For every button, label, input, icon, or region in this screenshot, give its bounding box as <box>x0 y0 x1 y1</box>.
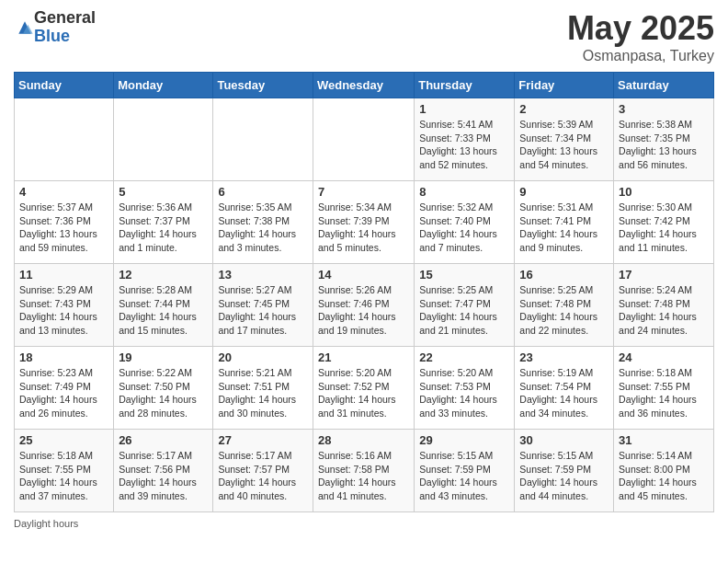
day-cell: 10Sunrise: 5:30 AMSunset: 7:42 PMDayligh… <box>614 181 714 264</box>
day-info: Sunrise: 5:22 AMSunset: 7:50 PMDaylight:… <box>119 366 208 420</box>
day-cell <box>114 98 213 181</box>
month-title: May 2025 <box>567 9 714 48</box>
day-info: Sunrise: 5:23 AMSunset: 7:49 PMDaylight:… <box>19 366 108 420</box>
day-cell: 21Sunrise: 5:20 AMSunset: 7:52 PMDayligh… <box>313 347 414 430</box>
day-cell: 15Sunrise: 5:25 AMSunset: 7:47 PMDayligh… <box>415 264 515 347</box>
day-info: Sunrise: 5:25 AMSunset: 7:47 PMDaylight:… <box>419 283 509 338</box>
day-number: 11 <box>19 268 108 282</box>
day-info: Sunrise: 5:26 AMSunset: 7:46 PMDaylight:… <box>318 283 409 338</box>
header: General Blue May 2025 Osmanpasa, Turkey <box>14 9 714 64</box>
day-info: Sunrise: 5:19 AMSunset: 7:54 PMDaylight:… <box>519 366 609 420</box>
day-info: Sunrise: 5:32 AMSunset: 7:40 PMDaylight:… <box>419 201 509 255</box>
logo: General Blue <box>14 9 96 46</box>
week-row-2: 4Sunrise: 5:37 AMSunset: 7:36 PMDaylight… <box>15 181 714 264</box>
day-number: 21 <box>318 350 409 364</box>
day-info: Sunrise: 5:15 AMSunset: 7:59 PMDaylight:… <box>419 449 509 503</box>
logo-icon <box>16 18 34 37</box>
day-cell: 25Sunrise: 5:18 AMSunset: 7:55 PMDayligh… <box>15 430 114 512</box>
day-cell <box>313 98 414 181</box>
day-cell: 7Sunrise: 5:34 AMSunset: 7:39 PMDaylight… <box>313 181 414 264</box>
day-number: 13 <box>218 268 308 282</box>
day-cell: 5Sunrise: 5:36 AMSunset: 7:37 PMDaylight… <box>114 181 213 264</box>
day-number: 17 <box>619 268 709 282</box>
day-info: Sunrise: 5:14 AMSunset: 8:00 PMDaylight:… <box>619 449 709 503</box>
day-header-thursday: Thursday <box>415 73 515 98</box>
day-cell: 14Sunrise: 5:26 AMSunset: 7:46 PMDayligh… <box>313 264 414 347</box>
day-info: Sunrise: 5:15 AMSunset: 7:59 PMDaylight:… <box>519 449 609 503</box>
day-cell: 26Sunrise: 5:17 AMSunset: 7:56 PMDayligh… <box>114 430 213 512</box>
day-info: Sunrise: 5:21 AMSunset: 7:51 PMDaylight:… <box>218 366 308 420</box>
logo-blue: Blue <box>34 28 96 46</box>
day-info: Sunrise: 5:28 AMSunset: 7:44 PMDaylight:… <box>119 283 208 338</box>
day-number: 16 <box>519 268 609 282</box>
day-number: 8 <box>419 185 509 199</box>
week-row-3: 11Sunrise: 5:29 AMSunset: 7:43 PMDayligh… <box>15 264 714 347</box>
day-cell: 31Sunrise: 5:14 AMSunset: 8:00 PMDayligh… <box>614 430 714 512</box>
day-number: 15 <box>419 268 509 282</box>
calendar: SundayMondayTuesdayWednesdayThursdayFrid… <box>14 72 714 512</box>
day-number: 26 <box>119 433 208 447</box>
footer: Daylight hours <box>14 518 714 529</box>
day-cell <box>15 98 114 181</box>
day-header-saturday: Saturday <box>614 73 714 98</box>
day-cell: 28Sunrise: 5:16 AMSunset: 7:58 PMDayligh… <box>313 430 414 512</box>
day-info: Sunrise: 5:18 AMSunset: 7:55 PMDaylight:… <box>19 449 108 503</box>
day-info: Sunrise: 5:17 AMSunset: 7:56 PMDaylight:… <box>119 449 208 503</box>
day-header-tuesday: Tuesday <box>213 73 313 98</box>
day-number: 18 <box>19 350 108 364</box>
day-header-monday: Monday <box>114 73 213 98</box>
calendar-header-row: SundayMondayTuesdayWednesdayThursdayFrid… <box>15 73 714 98</box>
week-row-4: 18Sunrise: 5:23 AMSunset: 7:49 PMDayligh… <box>15 347 714 430</box>
day-number: 12 <box>119 268 208 282</box>
day-header-wednesday: Wednesday <box>313 73 414 98</box>
day-info: Sunrise: 5:30 AMSunset: 7:42 PMDaylight:… <box>619 201 709 255</box>
day-number: 7 <box>318 185 409 199</box>
day-cell: 20Sunrise: 5:21 AMSunset: 7:51 PMDayligh… <box>213 347 313 430</box>
day-info: Sunrise: 5:39 AMSunset: 7:34 PMDaylight:… <box>519 118 609 172</box>
day-number: 5 <box>119 185 208 199</box>
day-cell: 4Sunrise: 5:37 AMSunset: 7:36 PMDaylight… <box>15 181 114 264</box>
day-info: Sunrise: 5:16 AMSunset: 7:58 PMDaylight:… <box>318 449 409 503</box>
day-info: Sunrise: 5:20 AMSunset: 7:52 PMDaylight:… <box>318 366 409 420</box>
day-info: Sunrise: 5:24 AMSunset: 7:48 PMDaylight:… <box>619 283 709 338</box>
day-number: 24 <box>619 350 709 364</box>
day-info: Sunrise: 5:20 AMSunset: 7:53 PMDaylight:… <box>419 366 509 420</box>
day-number: 4 <box>19 185 108 199</box>
day-cell: 24Sunrise: 5:18 AMSunset: 7:55 PMDayligh… <box>614 347 714 430</box>
day-cell: 12Sunrise: 5:28 AMSunset: 7:44 PMDayligh… <box>114 264 213 347</box>
day-number: 9 <box>519 185 609 199</box>
day-number: 28 <box>318 433 409 447</box>
day-cell: 29Sunrise: 5:15 AMSunset: 7:59 PMDayligh… <box>415 430 515 512</box>
day-number: 3 <box>619 102 709 116</box>
week-row-5: 25Sunrise: 5:18 AMSunset: 7:55 PMDayligh… <box>15 430 714 512</box>
day-cell: 22Sunrise: 5:20 AMSunset: 7:53 PMDayligh… <box>415 347 515 430</box>
day-info: Sunrise: 5:31 AMSunset: 7:41 PMDaylight:… <box>519 201 609 255</box>
logo-general: General <box>34 9 96 28</box>
day-info: Sunrise: 5:25 AMSunset: 7:48 PMDaylight:… <box>519 283 609 338</box>
day-number: 23 <box>519 350 609 364</box>
day-info: Sunrise: 5:17 AMSunset: 7:57 PMDaylight:… <box>218 449 308 503</box>
day-info: Sunrise: 5:36 AMSunset: 7:37 PMDaylight:… <box>119 201 208 255</box>
day-info: Sunrise: 5:34 AMSunset: 7:39 PMDaylight:… <box>318 201 409 255</box>
day-number: 30 <box>519 433 609 447</box>
day-number: 29 <box>419 433 509 447</box>
day-cell <box>213 98 313 181</box>
day-info: Sunrise: 5:38 AMSunset: 7:35 PMDaylight:… <box>619 118 709 172</box>
day-cell: 11Sunrise: 5:29 AMSunset: 7:43 PMDayligh… <box>15 264 114 347</box>
day-info: Sunrise: 5:29 AMSunset: 7:43 PMDaylight:… <box>19 283 108 338</box>
day-info: Sunrise: 5:37 AMSunset: 7:36 PMDaylight:… <box>19 201 108 255</box>
day-info: Sunrise: 5:27 AMSunset: 7:45 PMDaylight:… <box>218 283 308 338</box>
day-cell: 16Sunrise: 5:25 AMSunset: 7:48 PMDayligh… <box>515 264 614 347</box>
page: General Blue May 2025 Osmanpasa, Turkey … <box>0 0 728 538</box>
day-cell: 9Sunrise: 5:31 AMSunset: 7:41 PMDaylight… <box>515 181 614 264</box>
day-header-friday: Friday <box>515 73 614 98</box>
day-cell: 13Sunrise: 5:27 AMSunset: 7:45 PMDayligh… <box>213 264 313 347</box>
day-cell: 27Sunrise: 5:17 AMSunset: 7:57 PMDayligh… <box>213 430 313 512</box>
day-info: Sunrise: 5:41 AMSunset: 7:33 PMDaylight:… <box>419 118 509 172</box>
logo-text: General Blue <box>34 9 96 46</box>
day-number: 20 <box>218 350 308 364</box>
day-number: 25 <box>19 433 108 447</box>
day-info: Sunrise: 5:18 AMSunset: 7:55 PMDaylight:… <box>619 366 709 420</box>
day-number: 1 <box>419 102 509 116</box>
day-info: Sunrise: 5:35 AMSunset: 7:38 PMDaylight:… <box>218 201 308 255</box>
